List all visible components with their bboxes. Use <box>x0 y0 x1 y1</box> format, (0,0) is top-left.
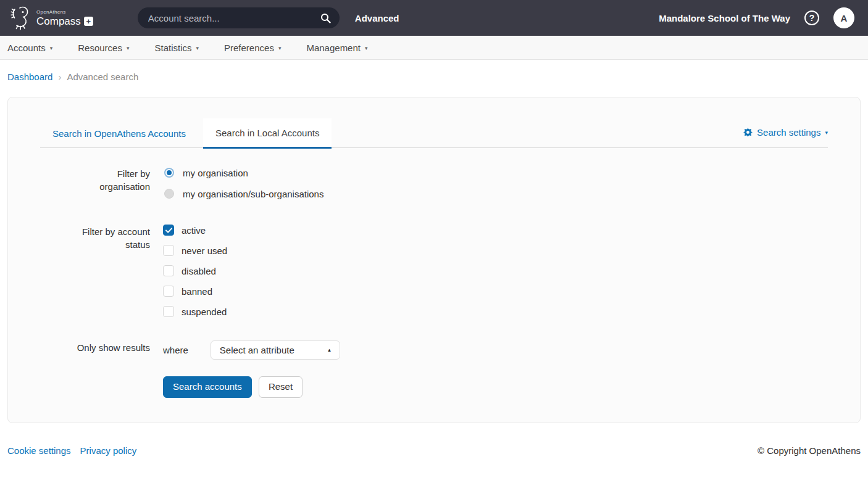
nav-label: Management <box>306 43 361 53</box>
compass-plus-badge-icon: + <box>84 17 93 26</box>
checkbox-option-suspended[interactable]: suspended <box>163 306 227 317</box>
chevron-down-icon: ▾ <box>50 44 53 51</box>
openathens-compass-logo[interactable]: OpenAthens Compass + <box>7 4 93 31</box>
reset-button[interactable]: Reset <box>259 376 303 398</box>
brand-text: OpenAthens Compass + <box>36 10 93 27</box>
organisation-name: Mandalore School of The Way <box>659 13 790 23</box>
checkbox-label: never used <box>182 246 227 256</box>
radio-my-organisation[interactable] <box>163 167 175 179</box>
checkbox-label: suspended <box>182 307 227 317</box>
advanced-search-card: Search in OpenAthens Accounts Search in … <box>7 97 861 423</box>
filter-by-organisation-row: Filter by organisation my organisation m… <box>40 167 828 200</box>
checkbox-banned[interactable] <box>163 286 174 297</box>
attribute-select[interactable]: Select an attribute ▴ <box>211 340 340 360</box>
check-icon <box>165 228 172 233</box>
search-settings-label: Search settings <box>757 127 820 138</box>
only-show-results-row: Only show results where Select an attrib… <box>40 340 828 360</box>
tab-search-openathens-accounts[interactable]: Search in OpenAthens Accounts <box>40 119 198 147</box>
search-accounts-button[interactable]: Search accounts <box>163 376 252 398</box>
breadcrumb-dashboard-link[interactable]: Dashboard <box>7 72 52 82</box>
account-search-input[interactable] <box>147 12 315 24</box>
nav-item-management[interactable]: Management ▾ <box>306 43 367 53</box>
footer-links: Cookie settings Privacy policy <box>7 445 136 456</box>
checkbox-option-never-used[interactable]: never used <box>163 245 227 256</box>
search-submit-button[interactable] <box>315 10 336 26</box>
where-label: where <box>163 345 188 355</box>
checkbox-option-active[interactable]: active <box>163 225 227 236</box>
form-actions-row: Search accounts Reset <box>40 376 828 398</box>
radio-label: my organisation <box>183 168 248 178</box>
filter-by-organisation-label: Filter by organisation <box>70 167 150 200</box>
checkbox-option-banned[interactable]: banned <box>163 286 227 297</box>
checkbox-disabled[interactable] <box>163 265 174 276</box>
checkbox-label: disabled <box>182 266 216 276</box>
filter-by-account-status-label: Filter by account status <box>70 225 150 317</box>
page-footer: Cookie settings Privacy policy © Copyrig… <box>0 423 868 468</box>
advanced-search-form: Filter by organisation my organisation m… <box>40 167 828 398</box>
search-tabs: Search in OpenAthens Accounts Search in … <box>40 118 828 148</box>
help-icon[interactable]: ? <box>804 10 819 25</box>
chevron-up-icon: ▴ <box>328 347 331 353</box>
topbar: OpenAthens Compass + Advanced Mandalore … <box>0 0 868 36</box>
checkbox-label: active <box>182 225 206 236</box>
account-search-box <box>138 7 340 28</box>
nav-item-preferences[interactable]: Preferences ▾ <box>224 43 281 53</box>
attribute-select-value: Select an attribute <box>220 345 294 355</box>
search-settings-dropdown[interactable]: Search settings ▾ <box>743 127 828 147</box>
advanced-search-link[interactable]: Advanced <box>355 13 399 23</box>
copyright-text: © Copyright OpenAthens <box>757 445 861 456</box>
chevron-down-icon: ▾ <box>127 44 130 51</box>
checkbox-option-disabled[interactable]: disabled <box>163 265 227 276</box>
radio-label: my organisation/sub-organisations <box>183 189 323 199</box>
nav-label: Statistics <box>154 43 191 53</box>
filter-by-account-status-row: Filter by account status active never us… <box>40 225 828 317</box>
only-show-results-label: Only show results <box>77 341 150 360</box>
breadcrumb-current-page: Advanced search <box>67 72 138 82</box>
checkbox-suspended[interactable] <box>163 306 174 317</box>
checkbox-label: banned <box>182 286 212 297</box>
user-avatar[interactable]: A <box>833 7 854 28</box>
checkbox-active[interactable] <box>163 225 174 236</box>
chevron-down-icon: ▾ <box>825 129 828 136</box>
radio-option-my-organisation[interactable]: my organisation <box>163 167 323 179</box>
tab-search-local-accounts[interactable]: Search in Local Accounts <box>203 118 332 149</box>
chevron-down-icon: ▾ <box>365 44 368 51</box>
chevron-down-icon: ▾ <box>196 44 199 51</box>
checkbox-never-used[interactable] <box>163 245 174 256</box>
nav-label: Preferences <box>224 43 274 53</box>
privacy-policy-link[interactable]: Privacy policy <box>80 445 137 456</box>
radio-option-my-organisation-sub-organisations[interactable]: my organisation/sub-organisations <box>163 188 323 200</box>
gear-icon <box>743 128 753 137</box>
nav-item-accounts[interactable]: Accounts ▾ <box>7 43 52 53</box>
nav-label: Resources <box>78 43 122 53</box>
cookie-settings-link[interactable]: Cookie settings <box>7 445 71 456</box>
openathens-owl-logo-icon <box>7 4 32 31</box>
search-icon <box>320 13 331 23</box>
nav-item-resources[interactable]: Resources ▾ <box>78 43 129 53</box>
radio-my-organisation-sub-organisations[interactable] <box>163 188 175 200</box>
brand-compass-label: Compass <box>36 16 81 27</box>
brand-openathens-label: OpenAthens <box>36 10 93 15</box>
nav-item-statistics[interactable]: Statistics ▾ <box>154 43 199 53</box>
chevron-down-icon: ▾ <box>278 44 282 51</box>
main-navbar: Accounts ▾ Resources ▾ Statistics ▾ Pref… <box>0 36 868 60</box>
nav-label: Accounts <box>7 43 46 53</box>
breadcrumb: Dashboard › Advanced search <box>0 60 868 97</box>
topbar-right: Mandalore School of The Way ? A <box>659 7 854 28</box>
breadcrumb-separator-icon: › <box>58 72 61 82</box>
